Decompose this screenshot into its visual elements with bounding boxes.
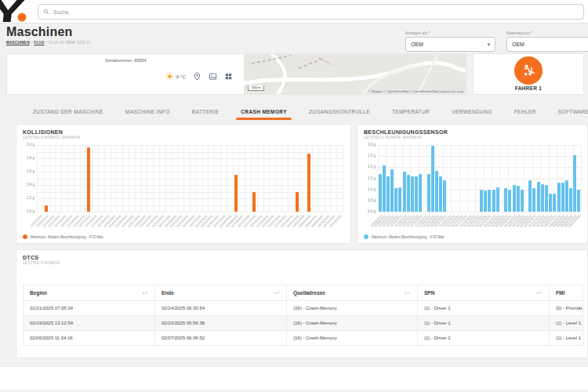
sort-icon[interactable]: ▲▼	[536, 292, 543, 294]
weather-section: 0 °C	[165, 72, 233, 81]
bar	[508, 190, 511, 212]
forklift-driver-icon	[521, 63, 536, 78]
page-header: Maschinen MASCHINEN/FLUX/FLUX 30 DB9B 32…	[6, 25, 90, 45]
map-scale: 300 m	[248, 85, 264, 91]
bar	[561, 183, 564, 212]
tab-crash-memory[interactable]: CRASH MEMORY	[230, 103, 298, 120]
anzeigen-als-select[interactable]: OEM ▾	[405, 37, 495, 52]
bar	[488, 190, 491, 212]
bar	[296, 192, 299, 212]
search-input[interactable]	[53, 9, 579, 15]
column-header-fmi[interactable]: FMI	[550, 285, 583, 301]
seitenlayouts-label: Seitenlayouts *	[506, 31, 588, 35]
image-icon[interactable]	[209, 72, 217, 81]
breadcrumb-maschinen[interactable]: MASCHINEN	[6, 41, 30, 45]
tab-verwendung[interactable]: VERWENDUNG	[441, 103, 503, 120]
bar	[45, 205, 48, 212]
grid-icon[interactable]	[224, 72, 233, 81]
dtcs-title: DTCS	[23, 255, 581, 260]
map-attribution[interactable]: © Mapbox © OpenStreetMap © OpenWeatherMa…	[368, 89, 463, 93]
bar	[383, 165, 386, 212]
y-axis: 3.0 g2.5 g2.0 g1.5 g1.0 g0.5 g0.0 g	[364, 145, 377, 212]
bar	[553, 194, 556, 212]
tab-software[interactable]: SOFTWARE	[547, 103, 588, 120]
driver-name: FAHRER 1	[474, 85, 583, 91]
bar	[537, 182, 540, 212]
legend-dot-icon	[23, 234, 27, 239]
anzeigen-als-value: OEM	[411, 42, 423, 47]
bar	[443, 180, 446, 212]
seitenlayouts-select[interactable]: OEM	[506, 37, 588, 52]
column-header-spn[interactable]: SPN▲▼	[418, 285, 550, 301]
cell-spn: (1) - Driver 1	[418, 331, 550, 346]
y-tick-label: 2.6 g	[27, 169, 34, 173]
app-logo[interactable]	[0, 0, 30, 25]
footer-bar	[0, 366, 588, 390]
column-header-quelladresse[interactable]: Quelladresse▲▼	[287, 285, 418, 301]
table-header-row: Beginn▲▼ Ende▲▼ Quelladresse▲▼ SPN▲▼ FMI	[24, 285, 583, 301]
bar	[390, 169, 394, 212]
bar	[569, 188, 572, 212]
bar	[379, 174, 382, 212]
tab-maschine-info[interactable]: MASCHINE INFO	[114, 103, 181, 120]
table-row[interactable]: 02/21/2025 07:05:04 02/24/2025 06:30:54 …	[24, 301, 583, 316]
breadcrumb: MASCHINEN/FLUX/FLUX 30 DB9B 3253 2I	[6, 41, 90, 45]
bar	[528, 180, 532, 212]
bar	[484, 191, 487, 212]
tab-zustand-der-maschine[interactable]: ZUSTAND DER MASCHINE	[22, 103, 114, 120]
table-row[interactable]: 02/06/2025 11:34:16 02/07/2025 06:36:52 …	[24, 331, 583, 346]
temperature-value: 0 °C	[176, 74, 186, 79]
sort-icon[interactable]: ▲▼	[405, 292, 411, 294]
tab-temperatur[interactable]: TEMPERATUR	[381, 103, 441, 120]
driver-avatar	[514, 56, 543, 85]
table-row[interactable]: 02/19/2025 13:12:54 02/20/2025 05:59:38 …	[24, 316, 583, 331]
bar	[549, 194, 552, 212]
bar	[545, 185, 548, 212]
cell-beginn: 02/06/2025 11:34:16	[24, 331, 155, 346]
cell-quelladresse: (16) - Crash-Memory	[287, 301, 418, 316]
beschleunigungssensor-chart-card: BESCHLEUNIGUNGSSENSOR LETZTEN 3 MONATE: …	[357, 124, 588, 244]
seitenlayouts-value: OEM	[512, 42, 524, 47]
driver-card[interactable]: FAHRER 1	[473, 53, 584, 95]
chevron-down-icon: ▾	[487, 42, 490, 48]
bar	[573, 155, 576, 212]
beschleunigungssensor-chart: 3.0 g2.5 g2.0 g1.5 g1.0 g0.5 g0.0 g	[364, 145, 581, 212]
bar	[407, 175, 410, 212]
bar	[565, 180, 568, 212]
bar	[307, 154, 310, 212]
tab-fehler[interactable]: FEHLER	[503, 103, 547, 120]
sun-icon	[165, 72, 174, 81]
sort-icon[interactable]: ▲▼	[142, 292, 148, 294]
y-tick-label: 2.0 g	[368, 165, 376, 169]
y-tick-label: 2.5 g	[368, 154, 376, 158]
bar	[415, 176, 418, 212]
legend-dot-icon	[364, 234, 368, 239]
y-tick-label: 2.0 g	[27, 209, 34, 213]
cell-fmi: (0) - Priorität: 0	[550, 301, 583, 316]
bar	[398, 187, 401, 212]
tab-batterie[interactable]: BATTERIE	[181, 103, 230, 120]
y-tick-label: 2.2 g	[27, 196, 34, 200]
dtcs-table: Beginn▲▼ Ende▲▼ Quelladresse▲▼ SPN▲▼ FMI…	[23, 285, 583, 346]
location-pin-icon[interactable]	[193, 72, 201, 81]
bar	[504, 188, 507, 212]
bar	[427, 174, 430, 212]
legend-label: Maximum: Modem Beschleunigung - XYZ Max	[31, 235, 103, 239]
dtcs-subtitle: LETZTEN 3 MONATE	[23, 261, 581, 265]
bar	[419, 174, 422, 212]
bar	[87, 147, 90, 212]
location-map[interactable]: 300 m © Mapbox © OpenStreetMap © OpenWea…	[244, 54, 466, 94]
x-axis: 12/06/202412/08/202412/10/202412/12/2024…	[37, 212, 343, 229]
y-tick-label: 0.0 g	[368, 209, 376, 213]
cell-quelladresse: (16) - Crash-Memory	[287, 316, 418, 331]
column-header-beginn[interactable]: Beginn▲▼	[24, 285, 155, 301]
breadcrumb-flux[interactable]: FLUX	[34, 41, 45, 45]
chart-title: KOLLISIONEN	[23, 129, 344, 135]
sort-icon[interactable]: ▲▼	[274, 292, 280, 294]
x-axis: 12/06/202412/08/202412/10/202412/12/2024…	[378, 212, 581, 229]
column-header-ende[interactable]: Ende▲▼	[155, 285, 287, 301]
tab-zugangskontrolle[interactable]: ZUGANGSKONTROLLE	[298, 103, 381, 120]
bar	[517, 186, 520, 212]
y-tick-label: 1.0 g	[368, 187, 376, 191]
bar	[577, 190, 580, 212]
